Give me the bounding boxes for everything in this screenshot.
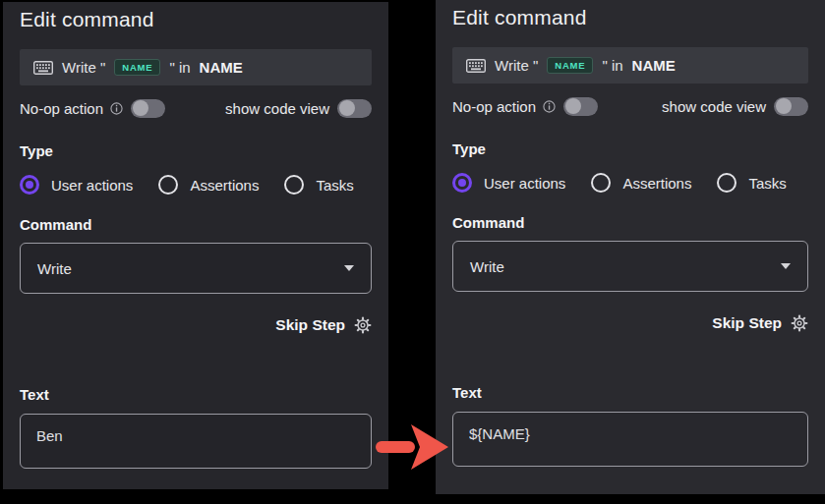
radio-label: User actions (51, 177, 133, 194)
radio-label: User actions (484, 175, 565, 192)
chevron-down-icon (344, 265, 354, 271)
noop-action-label: No-op action (20, 100, 103, 117)
type-label: Type (20, 142, 372, 159)
radio-selected-icon (20, 175, 39, 195)
info-icon[interactable] (543, 100, 556, 113)
variable-badge: NAME (114, 59, 160, 76)
skip-step-button[interactable]: Skip Step (275, 316, 345, 334)
radio-user-actions[interactable]: User actions (452, 173, 565, 193)
command-label: Command (452, 214, 808, 231)
radio-tasks[interactable]: Tasks (284, 175, 353, 195)
command-label: Command (20, 216, 372, 233)
dialog-title: Edit command (452, 6, 808, 29)
gear-icon[interactable] (791, 314, 808, 332)
code-view-label: show code view (662, 98, 766, 115)
toggle-knob (339, 100, 355, 116)
command-preview-bar: Write " NAME " in NAME (452, 47, 808, 84)
command-preview-middle: " in (602, 57, 622, 74)
radio-user-actions[interactable]: User actions (20, 175, 133, 195)
comparison-stage: Edit command Write " NAME " in NAME No-o… (0, 0, 825, 504)
radio-assertions[interactable]: Assertions (591, 173, 691, 193)
command-dropdown-value: Write (37, 260, 72, 277)
toggle-row: No-op action show code view (452, 96, 808, 116)
command-preview-target: NAME (632, 57, 676, 74)
keyboard-icon (33, 61, 53, 75)
command-preview-prefix: Write " (495, 57, 538, 74)
radio-label: Assertions (622, 175, 691, 192)
arrow-right-icon (375, 421, 451, 476)
command-dropdown[interactable]: Write (452, 241, 808, 292)
toggle-row: No-op action show code view (20, 98, 372, 118)
edit-command-dialog-after: Edit command Write " NAME " in NAME No-o… (436, 0, 825, 494)
radio-label: Tasks (748, 175, 786, 192)
code-view-label: show code view (225, 100, 329, 117)
skip-step-row: Skip Step (20, 315, 372, 335)
radio-assertions[interactable]: Assertions (158, 175, 259, 195)
dialog-title: Edit command (20, 8, 372, 31)
type-radio-group: User actions Assertions Tasks (452, 173, 808, 193)
noop-action-toggle[interactable] (563, 97, 598, 116)
command-preview-middle: " in (169, 59, 190, 76)
toggle-knob (133, 100, 148, 116)
keyboard-icon (466, 59, 486, 73)
chevron-down-icon (781, 263, 791, 269)
command-dropdown[interactable]: Write (20, 243, 372, 294)
info-icon[interactable] (110, 102, 123, 115)
code-view-toggle[interactable] (774, 97, 808, 116)
command-preview-bar: Write " NAME " in NAME (20, 49, 372, 85)
radio-unselected-icon (284, 175, 304, 195)
command-dropdown-value: Write (470, 258, 504, 275)
radio-label: Assertions (190, 177, 259, 194)
radio-selected-icon (452, 173, 472, 193)
noop-action-toggle[interactable] (131, 99, 165, 118)
toggle-knob (565, 98, 581, 114)
skip-step-row: Skip Step (452, 313, 808, 333)
type-label: Type (452, 140, 808, 157)
text-input[interactable] (452, 412, 808, 467)
code-view-group: show code view (225, 99, 372, 118)
command-preview-prefix: Write " (62, 59, 105, 76)
text-label: Text (452, 384, 808, 401)
noop-action-label: No-op action (452, 98, 536, 115)
skip-step-button[interactable]: Skip Step (712, 314, 782, 332)
code-view-toggle[interactable] (337, 99, 372, 118)
code-view-group: show code view (662, 97, 808, 116)
gear-icon[interactable] (354, 316, 372, 334)
toggle-knob (776, 98, 792, 114)
variable-badge: NAME (547, 57, 593, 74)
command-preview-target: NAME (200, 59, 243, 76)
radio-unselected-icon (591, 173, 611, 193)
text-input[interactable] (20, 414, 372, 469)
radio-tasks[interactable]: Tasks (717, 173, 786, 193)
radio-unselected-icon (717, 173, 737, 193)
type-radio-group: User actions Assertions Tasks (20, 175, 372, 195)
noop-action-group: No-op action (452, 97, 598, 116)
text-label: Text (20, 386, 372, 403)
noop-action-group: No-op action (20, 99, 165, 118)
radio-unselected-icon (158, 175, 178, 195)
radio-label: Tasks (316, 177, 353, 194)
edit-command-dialog-before: Edit command Write " NAME " in NAME No-o… (3, 2, 388, 489)
